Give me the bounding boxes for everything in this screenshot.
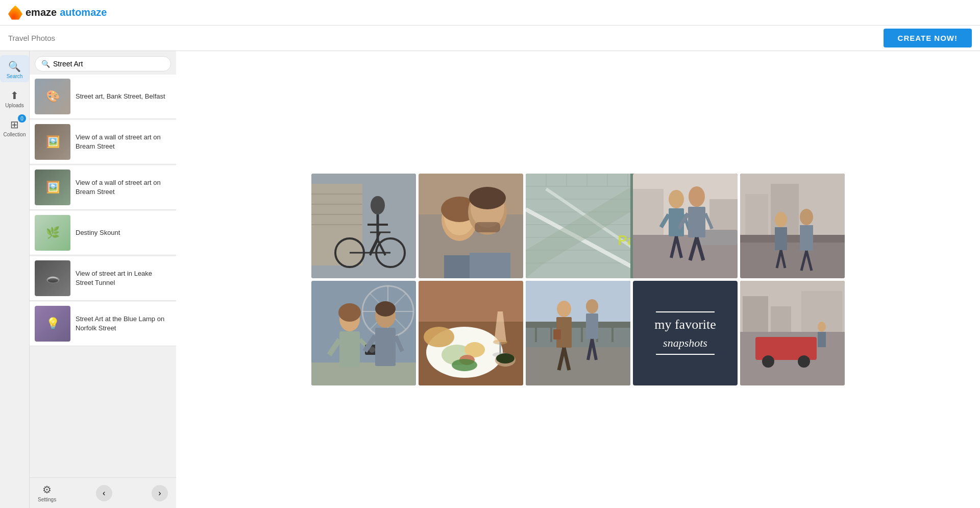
svg-point-116 <box>557 301 571 317</box>
sidebar-item-uploads[interactable]: ⬆ Uploads <box>0 84 29 111</box>
collection-badge: 0 <box>18 114 26 123</box>
svg-rect-128 <box>745 194 768 235</box>
logo-automaze: automaze <box>60 7 107 18</box>
sidebar: 🔍 Search ⬆ Uploads 0 ⊞ Collection 🔍 <box>0 51 176 508</box>
search-icon: 🔍 <box>8 60 21 72</box>
result-label: View of a wall of street art on Bream St… <box>76 133 171 151</box>
svg-text:Pa5: Pa5 <box>618 232 630 248</box>
svg-rect-143 <box>743 296 768 332</box>
svg-rect-88 <box>375 328 396 366</box>
svg-rect-114 <box>526 347 630 385</box>
main-layout: 🔍 Search ⬆ Uploads 0 ⊞ Collection 🔍 <box>0 51 980 508</box>
search-input-container: 🔍 <box>35 56 171 71</box>
result-thumb: 🖼️ <box>35 124 70 160</box>
svg-point-14 <box>371 196 385 214</box>
card-title: my favorite <box>654 317 716 332</box>
flame-icon <box>8 6 22 20</box>
search-input[interactable] <box>53 60 164 68</box>
result-thumb: 🖼️ <box>35 170 70 205</box>
result-item[interactable]: 🖼️ View of a wall of street art on Bream… <box>30 120 176 164</box>
result-thumb: 🌿 <box>35 215 70 251</box>
photo-cell-city-extra[interactable] <box>740 174 845 278</box>
svg-point-147 <box>762 355 774 368</box>
card-subtitle: snapshots <box>663 336 707 350</box>
search-panel: 🔍 🎨 Street art, Bank Street, Belfast 🖼️ <box>30 51 176 508</box>
svg-point-149 <box>818 322 826 332</box>
sidebar-bottom: ⚙ Settings ‹ › <box>30 477 176 508</box>
result-label: Street art, Bank Street, Belfast <box>76 92 171 101</box>
photo-grid: DPFK2 Pa5 AL <box>311 174 845 385</box>
result-item[interactable]: 💡 Street Art at the Blue Lamp on Norfolk… <box>30 302 176 346</box>
svg-rect-122 <box>586 313 598 339</box>
result-label: View of a wall of street art on Bream St… <box>76 178 171 197</box>
photo-cell-couple-walking[interactable] <box>633 174 738 278</box>
content-area: DPFK2 Pa5 AL <box>176 51 980 508</box>
photo-cell-camera-couple[interactable] <box>311 281 416 385</box>
sidebar-item-search[interactable]: 🔍 Search <box>0 55 29 82</box>
svg-rect-137 <box>800 225 813 251</box>
svg-rect-58 <box>709 199 738 235</box>
sidebar-search-label: Search <box>7 74 23 79</box>
svg-rect-146 <box>755 337 817 360</box>
photo-cell-favorite-card[interactable]: my favorite snapshots <box>633 281 738 385</box>
result-label: View of street art in Leake Street Tunne… <box>76 269 171 287</box>
settings-label: Settings <box>38 497 56 502</box>
svg-rect-67 <box>688 207 705 237</box>
svg-rect-27 <box>475 222 500 232</box>
presentation-title-input[interactable] <box>8 34 879 42</box>
next-button[interactable]: › <box>152 485 168 501</box>
collection-wrapper: 0 ⊞ Collection <box>0 113 29 140</box>
svg-rect-131 <box>740 235 845 243</box>
sidebar-nav: 🔍 Search ⬆ Uploads 0 ⊞ Collection <box>0 51 30 508</box>
top-bar: emaze automaze <box>0 0 980 26</box>
result-item[interactable]: 🖼️ View of a wall of street art on Bream… <box>30 165 176 210</box>
svg-rect-150 <box>818 332 826 347</box>
result-label: Destiny Skount <box>76 228 171 237</box>
svg-point-87 <box>375 301 396 317</box>
sidebar-item-collection[interactable]: 0 ⊞ Collection <box>0 113 29 140</box>
svg-point-26 <box>469 187 506 209</box>
card-top-line <box>656 311 715 312</box>
svg-point-132 <box>775 212 787 227</box>
photo-cell-couple-portrait[interactable] <box>419 174 523 278</box>
svg-rect-81 <box>339 331 360 367</box>
svg-point-66 <box>689 186 705 207</box>
logo: emaze automaze <box>8 6 107 20</box>
photo-cell-food[interactable] <box>419 281 523 385</box>
prev-button[interactable]: ‹ <box>96 485 112 501</box>
uploads-icon: ⬆ <box>10 89 19 102</box>
svg-rect-120 <box>553 329 561 340</box>
create-now-button[interactable]: CREATE NOW! <box>884 29 972 47</box>
photo-cell-street-people[interactable] <box>526 281 630 385</box>
result-item[interactable]: 🎨 Street art, Bank Street, Belfast <box>30 75 176 119</box>
search-magnifier-icon: 🔍 <box>41 60 50 68</box>
result-label: Street Art at the Blue Lamp on Norfolk S… <box>76 315 171 333</box>
result-thumb: 🕳️ <box>35 260 70 296</box>
result-item[interactable]: 🌿 Destiny Skount <box>30 211 176 255</box>
result-thumb: 💡 <box>35 306 70 342</box>
svg-rect-144 <box>771 306 791 332</box>
sidebar-collection-label: Collection <box>4 132 26 137</box>
logo-emaze: emaze <box>26 7 57 18</box>
searchbar-row: CREATE NOW! <box>0 26 980 51</box>
svg-point-60 <box>669 190 684 208</box>
svg-point-121 <box>586 299 598 313</box>
settings-item[interactable]: ⚙ Settings <box>38 483 56 502</box>
svg-rect-133 <box>775 227 787 250</box>
sidebar-uploads-label: Uploads <box>5 103 24 108</box>
photo-cell-row2-extra[interactable] <box>740 281 845 385</box>
uploads-wrapper: ⬆ Uploads <box>0 84 29 111</box>
svg-rect-29 <box>470 253 510 278</box>
result-item[interactable]: 🕳️ View of street art in Leake Street Tu… <box>30 256 176 301</box>
svg-point-148 <box>798 355 810 368</box>
svg-rect-57 <box>633 189 664 235</box>
svg-point-136 <box>800 209 813 225</box>
card-bottom-line <box>656 354 715 355</box>
svg-rect-106 <box>526 281 630 327</box>
result-thumb: 🎨 <box>35 79 70 114</box>
svg-point-80 <box>338 303 361 322</box>
svg-rect-115 <box>526 322 630 347</box>
photo-cell-bicycle[interactable] <box>311 174 416 278</box>
collection-icon: ⊞ <box>10 118 19 131</box>
svg-point-104 <box>452 359 477 371</box>
